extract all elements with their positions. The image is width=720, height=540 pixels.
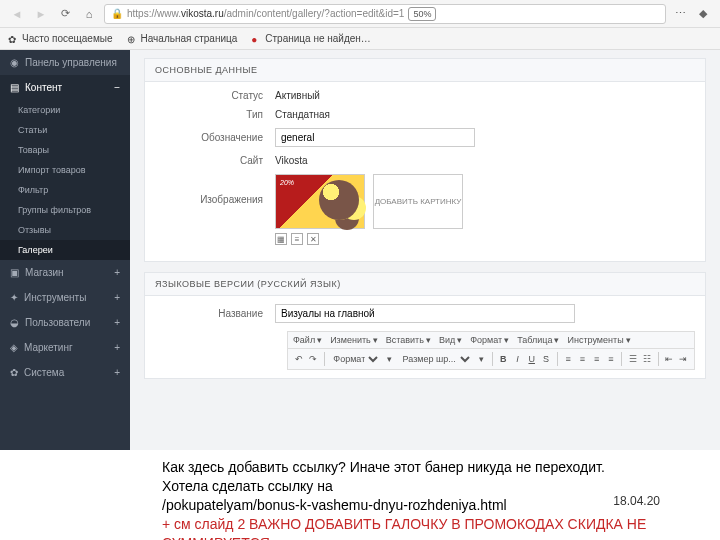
annotation-line: Как здесь добавить ссылку? Иначе этот ба… xyxy=(162,458,720,477)
sidebar-sub-galleries[interactable]: Галереи xyxy=(0,240,130,260)
plus-icon: + xyxy=(114,317,120,328)
browser-toolbar: ◄ ► ⟳ ⌂ 🔒 https://www.vikosta.ru/admin/c… xyxy=(0,0,720,28)
align-left-icon[interactable]: ≡ xyxy=(562,352,573,366)
panel-lang-versions: ЯЗЫКОВЫЕ ВЕРСИИ (РУССКИЙ ЯЗЫК) Название … xyxy=(144,272,706,379)
caret-down-icon: ▾ xyxy=(373,335,378,345)
indent-icon[interactable]: ⇥ xyxy=(678,352,689,366)
editor-menu-table[interactable]: Таблица ▾ xyxy=(517,335,559,345)
plus-icon: + xyxy=(114,267,120,278)
sidebar-sub-articles[interactable]: Статьи xyxy=(0,120,130,140)
size-select[interactable]: Размер шр... xyxy=(399,352,473,366)
status-label: Статус xyxy=(155,90,275,101)
sidebar-item-dashboard[interactable]: ◉ Панель управления xyxy=(0,50,130,75)
user-icon: ◒ xyxy=(10,317,19,328)
editor-menu-format[interactable]: Формат ▾ xyxy=(470,335,509,345)
outdent-icon[interactable]: ⇤ xyxy=(663,352,674,366)
italic-icon[interactable]: I xyxy=(512,352,523,366)
sidebar-label: Маркетинг xyxy=(24,342,73,353)
sidebar-sub-import[interactable]: Импорт товаров xyxy=(0,160,130,180)
name-label: Название xyxy=(155,308,275,319)
add-image-button[interactable]: ДОБАВИТЬ КАРТИНКУ xyxy=(373,174,463,229)
sidebar-item-content[interactable]: ▤ Контент − xyxy=(0,75,130,100)
image-tool-icon[interactable]: ▦ xyxy=(275,233,287,245)
sidebar-label: Контент xyxy=(25,82,62,93)
caret-down-icon: ▾ xyxy=(426,335,431,345)
sidebar-label: Панель управления xyxy=(25,57,117,68)
list-bullet-icon[interactable]: ☰ xyxy=(627,352,638,366)
underline-icon[interactable]: U xyxy=(526,352,537,366)
list-number-icon[interactable]: ☷ xyxy=(641,352,652,366)
align-justify-icon[interactable]: ≡ xyxy=(605,352,616,366)
forward-button[interactable]: ► xyxy=(32,5,50,23)
dot-icon: ● xyxy=(251,34,261,44)
status-value[interactable]: Активный xyxy=(275,90,695,101)
type-label: Тип xyxy=(155,109,275,120)
gallery-image-thumb[interactable]: 20% xyxy=(275,174,365,229)
banner-discount-text: 20% xyxy=(280,179,294,186)
reload-button[interactable]: ⟳ xyxy=(56,5,74,23)
wrench-icon: ✦ xyxy=(10,292,18,303)
slug-input[interactable] xyxy=(275,128,475,147)
zoom-badge[interactable]: 50% xyxy=(408,7,436,21)
bookmark-notfound[interactable]: ● Страница не найден… xyxy=(251,33,371,44)
slug-label: Обозначение xyxy=(155,132,275,143)
editor-menu-tools[interactable]: Инструменты ▾ xyxy=(567,335,630,345)
cart-icon: ▣ xyxy=(10,267,19,278)
align-right-icon[interactable]: ≡ xyxy=(591,352,602,366)
sidebar-item-users[interactable]: ◒ Пользователи + xyxy=(0,310,130,335)
caret-down-icon: ▾ xyxy=(384,352,395,366)
redo-icon[interactable]: ↷ xyxy=(307,352,318,366)
bookmarks-bar: ✿ Часто посещаемые ⊕ Начальная страница … xyxy=(0,28,720,50)
plus-icon: + xyxy=(114,367,120,378)
extension-icon[interactable]: ◆ xyxy=(694,5,712,23)
bold-icon[interactable]: B xyxy=(498,352,509,366)
sidebar-sub-reviews[interactable]: Отзывы xyxy=(0,220,130,240)
sidebar-sub-filter[interactable]: Фильтр xyxy=(0,180,130,200)
caret-down-icon: ▾ xyxy=(504,335,509,345)
cog-icon: ✿ xyxy=(10,367,18,378)
editor-menu-edit[interactable]: Изменить ▾ xyxy=(330,335,378,345)
annotation-date: 18.04.20 xyxy=(613,494,660,508)
main-content: ОСНОВНЫЕ ДАННЫЕ Статус Активный Тип Стан… xyxy=(130,50,720,450)
bookmark-label: Страница не найден… xyxy=(265,33,371,44)
back-button[interactable]: ◄ xyxy=(8,5,26,23)
caret-down-icon: ▾ xyxy=(476,352,487,366)
image-edit-icon[interactable]: ≡ xyxy=(291,233,303,245)
sidebar-item-marketing[interactable]: ◈ Маркетинг + xyxy=(0,335,130,360)
image-delete-icon[interactable]: ✕ xyxy=(307,233,319,245)
type-value[interactable]: Стандатная xyxy=(275,109,695,120)
caret-down-icon: ▾ xyxy=(626,335,631,345)
annotation-text: Как здесь добавить ссылку? Иначе этот ба… xyxy=(0,450,720,540)
sidebar-label: Инструменты xyxy=(24,292,86,303)
editor-menu-view[interactable]: Вид ▾ xyxy=(439,335,462,345)
sidebar: ◉ Панель управления ▤ Контент − Категори… xyxy=(0,50,130,450)
editor-menu-insert[interactable]: Вставить ▾ xyxy=(386,335,431,345)
site-value[interactable]: Vikosta xyxy=(275,155,695,166)
caret-down-icon: ▾ xyxy=(457,335,462,345)
strike-icon[interactable]: S xyxy=(540,352,551,366)
sidebar-item-system[interactable]: ✿ Система + xyxy=(0,360,130,385)
sidebar-sub-categories[interactable]: Категории xyxy=(0,100,130,120)
name-input[interactable] xyxy=(275,304,575,323)
lock-icon: 🔒 xyxy=(111,8,123,19)
sidebar-sub-goods[interactable]: Товары xyxy=(0,140,130,160)
align-center-icon[interactable]: ≡ xyxy=(577,352,588,366)
sidebar-item-tools[interactable]: ✦ Инструменты + xyxy=(0,285,130,310)
sidebar-label: Система xyxy=(24,367,64,378)
sidebar-label: Магазин xyxy=(25,267,64,278)
images-label: Изображения xyxy=(155,174,275,205)
bookmark-home[interactable]: ⊕ Начальная страница xyxy=(127,33,238,44)
format-select[interactable]: Формат xyxy=(329,352,381,366)
panel-main-data: ОСНОВНЫЕ ДАННЫЕ Статус Активный Тип Стан… xyxy=(144,58,706,262)
address-bar[interactable]: 🔒 https://www.vikosta.ru/admin/content/g… xyxy=(104,4,666,24)
editor-menu-file[interactable]: Файл ▾ xyxy=(293,335,322,345)
sidebar-sub-filtergroups[interactable]: Группы фильтров xyxy=(0,200,130,220)
sidebar-item-shop[interactable]: ▣ Магазин + xyxy=(0,260,130,285)
home-button[interactable]: ⌂ xyxy=(80,5,98,23)
menu-dots-icon[interactable]: ⋯ xyxy=(672,7,688,20)
panel-title: ЯЗЫКОВЫЕ ВЕРСИИ (РУССКИЙ ЯЗЫК) xyxy=(145,273,705,296)
undo-icon[interactable]: ↶ xyxy=(293,352,304,366)
bookmark-frequent[interactable]: ✿ Часто посещаемые xyxy=(8,33,113,44)
gauge-icon: ◉ xyxy=(10,57,19,68)
editor-menubar: Файл ▾ Изменить ▾ Вставить ▾ Вид ▾ Форма… xyxy=(287,331,695,349)
